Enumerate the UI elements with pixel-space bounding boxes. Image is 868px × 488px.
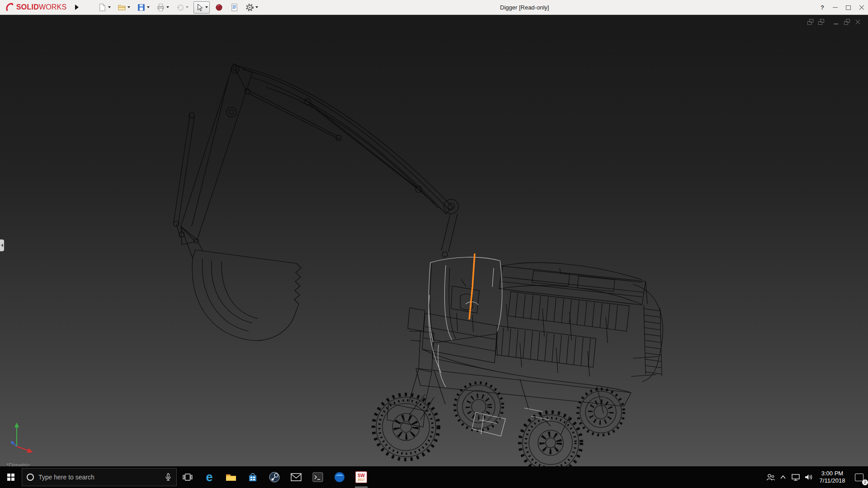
chevron-up-icon bbox=[780, 475, 786, 479]
mail-icon bbox=[290, 472, 302, 482]
command-prompt-icon bbox=[312, 471, 324, 483]
solidworks-logo: SOLIDWORKS bbox=[5, 2, 66, 12]
taskbar-clock[interactable]: 3:00 PM 7/11/2018 bbox=[815, 470, 850, 484]
clock-time: 3:00 PM bbox=[815, 470, 850, 477]
help-button[interactable]: ? bbox=[816, 0, 829, 15]
speaker-icon bbox=[804, 473, 813, 481]
dropdown-caret-icon[interactable] bbox=[108, 6, 111, 8]
main-toolbar bbox=[96, 1, 260, 14]
solidworks-resources-button[interactable] bbox=[213, 1, 225, 14]
dropdown-caret-icon[interactable] bbox=[166, 6, 169, 8]
taskbar: e bbox=[0, 466, 868, 488]
select-tool-button[interactable] bbox=[193, 1, 210, 14]
edrawings-sphere-icon bbox=[334, 471, 345, 483]
gear-icon bbox=[245, 3, 254, 12]
cortana-icon bbox=[27, 474, 34, 481]
taskbar-app-edrawings[interactable] bbox=[329, 466, 350, 488]
panel-collapse-tab[interactable] bbox=[0, 239, 4, 251]
taskbar-app-edge[interactable]: e bbox=[198, 466, 220, 488]
taskbar-app-steam[interactable] bbox=[264, 466, 285, 488]
doc-cascade-icon[interactable] bbox=[807, 19, 814, 25]
dropdown-caret-icon[interactable] bbox=[186, 6, 189, 8]
chevron-left-icon bbox=[1, 244, 3, 247]
print-icon bbox=[156, 3, 165, 12]
select-arrow-icon bbox=[195, 3, 204, 12]
solidworks-2017-icon: SW 2017 bbox=[355, 471, 367, 483]
toolbar-expand-arrow[interactable] bbox=[74, 3, 80, 12]
taskbar-app-solidworks[interactable]: SW 2017 bbox=[350, 466, 372, 488]
notification-badge: 2 bbox=[862, 479, 868, 485]
dropdown-caret-icon[interactable] bbox=[127, 6, 130, 8]
red-gem-icon bbox=[215, 3, 223, 12]
print-button[interactable] bbox=[155, 1, 171, 14]
file-properties-icon bbox=[230, 3, 239, 12]
start-button[interactable] bbox=[0, 466, 22, 488]
task-view-button[interactable] bbox=[177, 466, 198, 488]
taskbar-app-store[interactable] bbox=[242, 466, 264, 488]
view-orientation-label: *Dimetric bbox=[6, 462, 30, 466]
new-document-button[interactable] bbox=[96, 1, 113, 14]
open-button[interactable] bbox=[116, 1, 132, 14]
minimize-button[interactable] bbox=[829, 0, 842, 15]
store-bag-icon bbox=[247, 472, 258, 483]
wheel-front-left bbox=[373, 394, 439, 460]
digger-wireframe bbox=[0, 15, 868, 466]
system-tray: 3:00 PM 7/11/2018 2 bbox=[764, 466, 868, 488]
doc-new-window-icon[interactable] bbox=[817, 19, 825, 25]
people-button[interactable] bbox=[764, 466, 777, 488]
titlebar-controls: ? bbox=[816, 0, 868, 15]
undo-button[interactable] bbox=[174, 1, 190, 14]
task-view-icon bbox=[183, 472, 193, 482]
minimize-icon bbox=[833, 7, 838, 8]
taskbar-app-mail[interactable] bbox=[285, 466, 307, 488]
wheel-rear-right bbox=[578, 389, 624, 435]
clock-date: 7/11/2018 bbox=[815, 477, 850, 484]
close-button[interactable] bbox=[855, 0, 868, 15]
document-window-controls bbox=[807, 19, 862, 25]
volume-button[interactable] bbox=[802, 466, 815, 488]
dropdown-caret-icon[interactable] bbox=[147, 6, 150, 8]
wireframe-dark bbox=[174, 64, 663, 466]
windows-logo-icon bbox=[7, 474, 14, 481]
wheel-rear-left bbox=[455, 383, 503, 431]
doc-restore-icon[interactable] bbox=[843, 19, 851, 25]
microphone-icon[interactable] bbox=[165, 473, 172, 481]
open-folder-icon bbox=[118, 3, 126, 12]
taskbar-search[interactable] bbox=[22, 468, 177, 486]
taskbar-app-file-explorer[interactable] bbox=[220, 466, 242, 488]
undo-icon bbox=[176, 3, 184, 12]
network-button[interactable] bbox=[789, 466, 802, 488]
graphics-area[interactable]: *Dimetric bbox=[0, 15, 868, 466]
running-app-indicator bbox=[355, 487, 368, 488]
hidden-icons-button[interactable] bbox=[777, 466, 789, 488]
new-document-icon bbox=[98, 3, 107, 12]
screen: SOLIDWORKS bbox=[0, 0, 868, 488]
maximize-icon bbox=[846, 5, 851, 10]
window-title: Digger [Read-only] bbox=[500, 0, 549, 15]
selected-edge[interactable] bbox=[469, 253, 475, 319]
network-icon bbox=[791, 473, 800, 481]
action-center-icon bbox=[855, 474, 863, 481]
save-button[interactable] bbox=[135, 1, 151, 14]
doc-close-icon[interactable] bbox=[854, 19, 862, 25]
close-icon bbox=[859, 5, 864, 10]
wheel-front-right bbox=[520, 412, 581, 466]
save-icon bbox=[137, 3, 146, 12]
options-button[interactable] bbox=[244, 1, 260, 14]
taskbar-app-command-prompt[interactable] bbox=[307, 466, 329, 488]
search-input[interactable] bbox=[38, 474, 160, 481]
file-properties-button[interactable] bbox=[228, 1, 241, 14]
logo-text: SOLIDWORKS bbox=[16, 3, 66, 11]
titlebar: SOLIDWORKS bbox=[0, 0, 868, 15]
file-explorer-icon bbox=[225, 471, 237, 483]
people-icon bbox=[766, 473, 775, 481]
maximize-button[interactable] bbox=[842, 0, 855, 15]
ds-swoosh-icon bbox=[5, 2, 14, 12]
dropdown-caret-icon[interactable] bbox=[205, 6, 208, 8]
orientation-triad[interactable] bbox=[9, 419, 37, 455]
edge-icon: e bbox=[206, 471, 212, 483]
action-center-button[interactable]: 2 bbox=[850, 466, 868, 488]
steam-icon bbox=[269, 471, 280, 483]
dropdown-caret-icon[interactable] bbox=[255, 6, 258, 8]
doc-minimize-icon[interactable] bbox=[832, 19, 840, 25]
